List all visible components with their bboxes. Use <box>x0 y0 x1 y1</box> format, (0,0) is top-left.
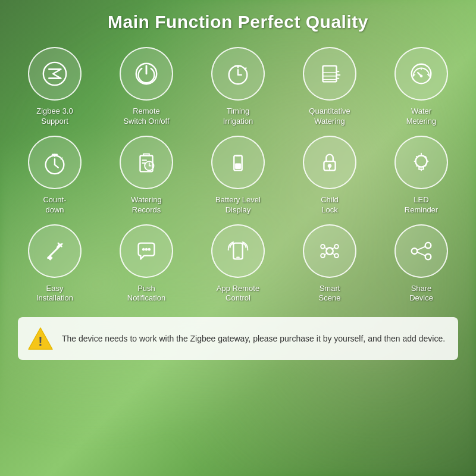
measuring-cup-icon <box>316 60 343 87</box>
svg-rect-21 <box>235 164 241 169</box>
svg-point-0 <box>43 62 66 85</box>
smart-scene-label: SmartScene <box>319 284 341 304</box>
svg-point-9 <box>412 64 431 84</box>
remote-switch-label: RemoteSwitch On/off <box>123 107 169 127</box>
svg-line-53 <box>417 252 425 255</box>
svg-point-41 <box>321 245 325 249</box>
stopwatch-icon <box>41 149 68 176</box>
power-icon <box>133 60 160 87</box>
share-device-label: ShareDevice <box>409 284 433 304</box>
push-notification-label: PushNotification <box>127 284 165 304</box>
svg-point-35 <box>142 248 145 250</box>
clock-icon <box>224 60 252 87</box>
feature-easy-installation: EasyInstallation <box>12 224 98 304</box>
warning-text: The device needs to work with the Zigbee… <box>62 333 445 345</box>
feature-share-device: ShareDevice <box>378 224 464 304</box>
watering-records-icon-circle <box>120 136 173 189</box>
battery-icon <box>224 149 252 176</box>
svg-text:!: ! <box>38 334 42 349</box>
warning-triangle-icon: ! <box>27 325 54 352</box>
svg-line-30 <box>416 156 417 157</box>
zigbee-icon <box>41 60 68 87</box>
child-lock-icon-circle <box>303 136 356 189</box>
zigbee-icon-circle <box>28 47 82 101</box>
smart-scene-icon-circle <box>303 224 356 278</box>
feature-remote-switch: RemoteSwitch On/off <box>104 47 189 127</box>
timing-irrigation-label: TimingIrrigation <box>223 107 253 127</box>
svg-point-42 <box>334 245 339 249</box>
svg-point-51 <box>425 253 431 259</box>
countdown-label: Count-down <box>43 195 66 215</box>
feature-quantitative-watering: QuantitativeWatering <box>287 47 372 127</box>
battery-level-label: Battery LevelDisplay <box>215 195 261 215</box>
feature-countdown: Count-down <box>12 136 98 215</box>
bulb-icon <box>408 149 435 176</box>
features-grid: Zigbee 3.0Support RemoteSwitch On/off <box>12 47 464 303</box>
svg-point-37 <box>148 248 151 250</box>
easy-installation-label: EasyInstallation <box>36 284 73 304</box>
watering-records-label: WateringRecords <box>131 195 162 215</box>
page-title: Main Function Perfect Quality <box>108 12 368 32</box>
feature-water-metering: WaterMetering <box>378 47 464 127</box>
app-remote-control-icon-circle <box>211 224 265 278</box>
water-metering-label: WaterMetering <box>406 107 437 127</box>
clipboard-clock-icon <box>133 149 160 176</box>
share-device-icon-circle <box>394 224 448 278</box>
quantitative-watering-label: QuantitativeWatering <box>309 107 350 127</box>
push-notification-icon-circle <box>120 224 173 278</box>
chat-bubble-icon <box>133 237 160 265</box>
lock-icon <box>316 149 343 176</box>
led-reminder-icon-circle <box>394 136 448 189</box>
feature-push-notification: PushNotification <box>104 224 189 304</box>
feature-smart-scene: SmartScene <box>287 224 372 304</box>
warning-bar: ! The device needs to work with the Zigb… <box>18 317 458 360</box>
quantitative-watering-icon-circle <box>303 47 356 101</box>
svg-point-44 <box>334 253 339 258</box>
water-metering-icon-circle <box>394 47 448 101</box>
child-lock-label: ChildLock <box>321 195 339 215</box>
feature-zigbee: Zigbee 3.0Support <box>12 47 98 127</box>
timing-irrigation-icon-circle <box>211 47 265 101</box>
feature-watering-records: WateringRecords <box>104 136 189 215</box>
remote-switch-icon-circle <box>120 47 173 101</box>
svg-point-50 <box>412 248 418 254</box>
gauge-icon <box>408 60 435 87</box>
svg-line-32 <box>416 165 417 166</box>
main-content: Main Function Perfect Quality Zigbee 3.0… <box>0 0 476 366</box>
easy-installation-icon-circle <box>28 224 82 278</box>
app-remote-control-label: App RemoteControl <box>217 284 259 304</box>
svg-line-31 <box>425 156 426 157</box>
smart-home-icon <box>316 237 343 265</box>
svg-line-33 <box>425 165 426 166</box>
led-reminder-label: LEDReminder <box>405 195 438 215</box>
countdown-icon-circle <box>28 136 82 189</box>
svg-point-49 <box>425 242 431 248</box>
page-background: Main Function Perfect Quality Zigbee 3.0… <box>0 0 476 476</box>
feature-led-reminder: LEDReminder <box>378 136 464 215</box>
battery-level-icon-circle <box>211 136 265 189</box>
svg-point-13 <box>420 75 422 77</box>
zigbee-label: Zigbee 3.0Support <box>36 107 73 127</box>
svg-point-43 <box>321 253 325 258</box>
svg-point-36 <box>145 248 148 250</box>
feature-child-lock: ChildLock <box>287 136 372 215</box>
svg-line-52 <box>417 246 425 250</box>
svg-rect-38 <box>233 243 242 259</box>
feature-timing-irrigation: TimingIrrigation <box>195 47 281 127</box>
feature-app-remote-control: App RemoteControl <box>195 224 281 304</box>
share-icon <box>408 237 435 265</box>
phone-signal-icon <box>224 237 252 265</box>
wrench-icon <box>41 237 68 265</box>
feature-battery-level: Battery LevelDisplay <box>195 136 281 215</box>
